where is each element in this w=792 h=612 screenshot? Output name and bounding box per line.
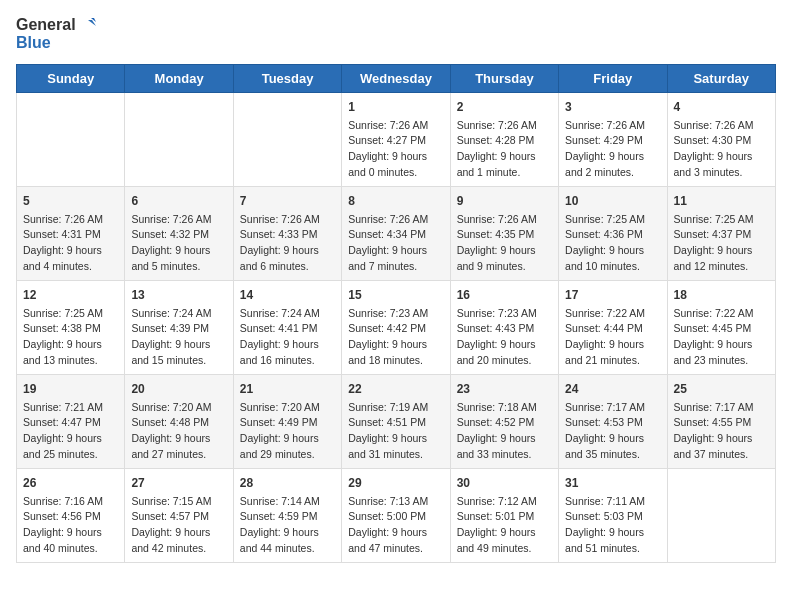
calendar-cell-day: 15Sunrise: 7:23 AMSunset: 4:42 PMDayligh… [342,280,450,374]
calendar-cell-day: 29Sunrise: 7:13 AMSunset: 5:00 PMDayligh… [342,468,450,562]
sunrise-text: Sunrise: 7:21 AM [23,401,103,413]
calendar-cell-day: 10Sunrise: 7:25 AMSunset: 4:36 PMDayligh… [559,186,667,280]
logo-container: General Blue [16,16,96,52]
day-number: 12 [23,286,118,304]
daylight-text: Daylight: 9 hours and 47 minutes. [348,526,427,554]
calendar-week-row: 26Sunrise: 7:16 AMSunset: 4:56 PMDayligh… [17,468,776,562]
day-number: 17 [565,286,660,304]
daylight-text: Daylight: 9 hours and 40 minutes. [23,526,102,554]
daylight-text: Daylight: 9 hours and 49 minutes. [457,526,536,554]
sunset-text: Sunset: 4:56 PM [23,510,101,522]
calendar-cell-day: 5Sunrise: 7:26 AMSunset: 4:31 PMDaylight… [17,186,125,280]
sunset-text: Sunset: 4:34 PM [348,228,426,240]
sunset-text: Sunset: 4:48 PM [131,416,209,428]
calendar-cell-day: 27Sunrise: 7:15 AMSunset: 4:57 PMDayligh… [125,468,233,562]
calendar-cell-day: 17Sunrise: 7:22 AMSunset: 4:44 PMDayligh… [559,280,667,374]
daylight-text: Daylight: 9 hours and 7 minutes. [348,244,427,272]
calendar-cell-day: 8Sunrise: 7:26 AMSunset: 4:34 PMDaylight… [342,186,450,280]
calendar-cell-day: 23Sunrise: 7:18 AMSunset: 4:52 PMDayligh… [450,374,558,468]
daylight-text: Daylight: 9 hours and 12 minutes. [674,244,753,272]
sunset-text: Sunset: 4:31 PM [23,228,101,240]
sunrise-text: Sunrise: 7:23 AM [348,307,428,319]
sunrise-text: Sunrise: 7:25 AM [565,213,645,225]
daylight-text: Daylight: 9 hours and 42 minutes. [131,526,210,554]
day-number: 15 [348,286,443,304]
day-number: 14 [240,286,335,304]
sunrise-text: Sunrise: 7:26 AM [240,213,320,225]
sunset-text: Sunset: 4:33 PM [240,228,318,240]
sunset-text: Sunset: 5:00 PM [348,510,426,522]
sunset-text: Sunset: 5:01 PM [457,510,535,522]
day-number: 29 [348,474,443,492]
day-number: 21 [240,380,335,398]
daylight-text: Daylight: 9 hours and 35 minutes. [565,432,644,460]
calendar-cell-empty [17,92,125,186]
sunrise-text: Sunrise: 7:26 AM [457,119,537,131]
sunset-text: Sunset: 4:29 PM [565,134,643,146]
calendar-cell-empty [667,468,775,562]
calendar-cell-day: 30Sunrise: 7:12 AMSunset: 5:01 PMDayligh… [450,468,558,562]
day-number: 24 [565,380,660,398]
daylight-text: Daylight: 9 hours and 1 minute. [457,150,536,178]
day-number: 26 [23,474,118,492]
weekday-header-row: SundayMondayTuesdayWednesdayThursdayFrid… [17,64,776,92]
daylight-text: Daylight: 9 hours and 6 minutes. [240,244,319,272]
daylight-text: Daylight: 9 hours and 0 minutes. [348,150,427,178]
logo-blue-text: Blue [16,34,96,52]
weekday-header-saturday: Saturday [667,64,775,92]
sunrise-text: Sunrise: 7:26 AM [131,213,211,225]
sunset-text: Sunset: 4:28 PM [457,134,535,146]
day-number: 10 [565,192,660,210]
day-number: 25 [674,380,769,398]
day-number: 20 [131,380,226,398]
calendar-cell-day: 7Sunrise: 7:26 AMSunset: 4:33 PMDaylight… [233,186,341,280]
sunset-text: Sunset: 4:27 PM [348,134,426,146]
sunset-text: Sunset: 4:53 PM [565,416,643,428]
daylight-text: Daylight: 9 hours and 9 minutes. [457,244,536,272]
weekday-header-monday: Monday [125,64,233,92]
sunrise-text: Sunrise: 7:24 AM [240,307,320,319]
sunset-text: Sunset: 4:45 PM [674,322,752,334]
day-number: 13 [131,286,226,304]
day-number: 30 [457,474,552,492]
daylight-text: Daylight: 9 hours and 13 minutes. [23,338,102,366]
daylight-text: Daylight: 9 hours and 31 minutes. [348,432,427,460]
sunset-text: Sunset: 4:42 PM [348,322,426,334]
day-number: 2 [457,98,552,116]
sunrise-text: Sunrise: 7:11 AM [565,495,645,507]
calendar-cell-day: 3Sunrise: 7:26 AMSunset: 4:29 PMDaylight… [559,92,667,186]
sunrise-text: Sunrise: 7:22 AM [565,307,645,319]
daylight-text: Daylight: 9 hours and 23 minutes. [674,338,753,366]
sunrise-text: Sunrise: 7:15 AM [131,495,211,507]
sunrise-text: Sunrise: 7:17 AM [565,401,645,413]
daylight-text: Daylight: 9 hours and 5 minutes. [131,244,210,272]
day-number: 9 [457,192,552,210]
calendar-cell-day: 9Sunrise: 7:26 AMSunset: 4:35 PMDaylight… [450,186,558,280]
sunset-text: Sunset: 4:51 PM [348,416,426,428]
daylight-text: Daylight: 9 hours and 37 minutes. [674,432,753,460]
calendar-week-row: 1Sunrise: 7:26 AMSunset: 4:27 PMDaylight… [17,92,776,186]
calendar-cell-day: 16Sunrise: 7:23 AMSunset: 4:43 PMDayligh… [450,280,558,374]
day-number: 23 [457,380,552,398]
sunrise-text: Sunrise: 7:17 AM [674,401,754,413]
day-number: 8 [348,192,443,210]
day-number: 18 [674,286,769,304]
weekday-header-tuesday: Tuesday [233,64,341,92]
calendar-cell-day: 6Sunrise: 7:26 AMSunset: 4:32 PMDaylight… [125,186,233,280]
logo-bird-icon [78,16,96,34]
calendar-week-row: 19Sunrise: 7:21 AMSunset: 4:47 PMDayligh… [17,374,776,468]
sunset-text: Sunset: 4:47 PM [23,416,101,428]
daylight-text: Daylight: 9 hours and 16 minutes. [240,338,319,366]
logo: General Blue [16,16,96,52]
calendar-cell-day: 4Sunrise: 7:26 AMSunset: 4:30 PMDaylight… [667,92,775,186]
sunset-text: Sunset: 4:32 PM [131,228,209,240]
sunset-text: Sunset: 4:30 PM [674,134,752,146]
calendar-cell-day: 2Sunrise: 7:26 AMSunset: 4:28 PMDaylight… [450,92,558,186]
sunrise-text: Sunrise: 7:20 AM [131,401,211,413]
day-number: 1 [348,98,443,116]
sunrise-text: Sunrise: 7:23 AM [457,307,537,319]
weekday-header-thursday: Thursday [450,64,558,92]
sunrise-text: Sunrise: 7:18 AM [457,401,537,413]
day-number: 3 [565,98,660,116]
sunrise-text: Sunrise: 7:16 AM [23,495,103,507]
